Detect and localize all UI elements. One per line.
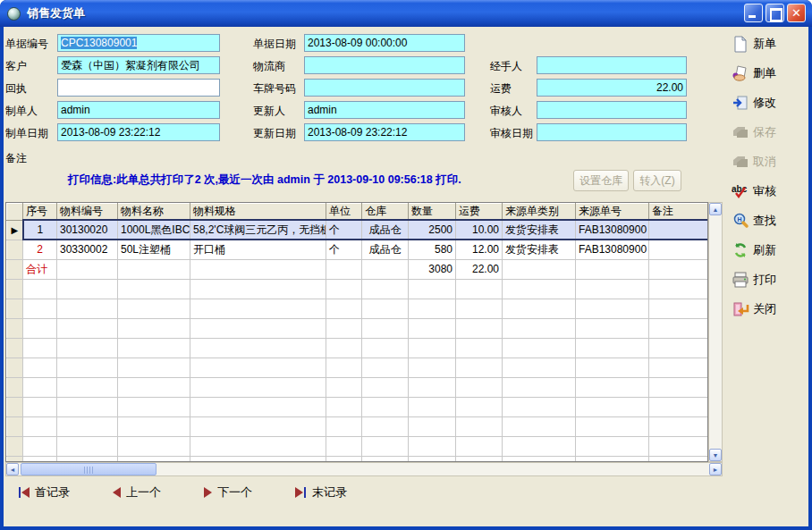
cancel-icon bbox=[732, 153, 749, 171]
col-header-material-name[interactable]: 物料名称 bbox=[118, 204, 190, 221]
table-empty-row bbox=[7, 456, 708, 462]
svg-text:H: H bbox=[738, 216, 742, 223]
doc-no-label: 单据编号 bbox=[5, 37, 48, 52]
doc-no-value: CPC130809001 bbox=[61, 37, 137, 49]
table-empty-row bbox=[7, 358, 708, 377]
handler-label: 经手人 bbox=[490, 59, 522, 74]
doc-date-label: 单据日期 bbox=[253, 37, 296, 52]
creator-label: 制单人 bbox=[5, 104, 38, 119]
creator-field[interactable]: admin bbox=[57, 101, 220, 119]
total-quantity: 3080 bbox=[409, 259, 456, 279]
print-button[interactable]: 打印 bbox=[732, 270, 808, 290]
audit-button[interactable]: abc 审核 bbox=[732, 181, 808, 201]
maximize-button[interactable] bbox=[765, 4, 784, 22]
items-grid: 序号 物料编号 物料名称 物料规格 单位 仓库 数量 运费 来源单类别 来源单号… bbox=[5, 202, 708, 462]
table-empty-row bbox=[7, 416, 708, 436]
scroll-left-icon[interactable]: ◄ bbox=[6, 463, 19, 475]
col-header-unit[interactable]: 单位 bbox=[326, 204, 362, 221]
table-empty-row bbox=[7, 279, 708, 299]
col-header-seq[interactable]: 序号 bbox=[23, 204, 57, 221]
refresh-button[interactable]: 刷新 bbox=[732, 240, 808, 260]
scroll-up-icon[interactable]: ▲ bbox=[709, 203, 722, 215]
create-date-label: 制单日期 bbox=[5, 126, 48, 141]
app-window: 销售发货单 单据编号 CPC130809001 客户 爱森（中国）絮凝剂有限公司… bbox=[0, 0, 812, 530]
last-record-button[interactable]: 末记录 bbox=[295, 484, 347, 501]
col-header-source-type[interactable]: 来源单类别 bbox=[503, 204, 576, 221]
audit-date-field[interactable] bbox=[537, 123, 687, 141]
auditor-label: 审核人 bbox=[490, 104, 522, 119]
client-area: 单据编号 CPC130809001 客户 爱森（中国）絮凝剂有限公司 回执 制单… bbox=[4, 27, 808, 526]
update-date-label: 更新日期 bbox=[253, 126, 296, 141]
table-row[interactable]: 2 30330002 50L注塑桶 开口桶 个 成品仓 580 12.00 发货… bbox=[7, 240, 708, 259]
customer-field[interactable]: 爱森（中国）絮凝剂有限公司 bbox=[57, 56, 220, 74]
scroll-right-icon[interactable]: ► bbox=[709, 463, 722, 475]
modify-icon bbox=[732, 94, 749, 112]
freight-field[interactable]: 22.00 bbox=[537, 79, 687, 97]
set-warehouse-button[interactable]: 设置仓库 bbox=[573, 170, 629, 191]
save-button[interactable]: 保存 bbox=[732, 122, 808, 142]
title-bar[interactable]: 销售发货单 bbox=[0, 0, 812, 27]
doc-no-field[interactable]: CPC130809001 bbox=[57, 34, 220, 52]
col-header-material-spec[interactable]: 物料规格 bbox=[190, 204, 326, 221]
exit-icon bbox=[732, 300, 749, 318]
delete-doc-icon bbox=[732, 64, 749, 82]
grid-horizontal-scrollbar[interactable]: ◄ ► bbox=[5, 462, 723, 476]
app-icon bbox=[7, 7, 21, 21]
customer-label: 客户 bbox=[5, 59, 27, 74]
table-row[interactable]: ▶ 1 30130020 1000L黑色IBC 58,2'C球阀三元乙丙，无挡板… bbox=[7, 220, 708, 240]
receipt-label: 回执 bbox=[5, 81, 27, 97]
table-empty-row bbox=[7, 318, 708, 338]
new-order-button[interactable]: 新单 bbox=[732, 34, 808, 54]
window-title: 销售发货单 bbox=[27, 5, 85, 21]
modify-button[interactable]: 修改 bbox=[732, 93, 808, 113]
table-total-row: 合计 3080 22.00 bbox=[7, 259, 708, 279]
cancel-button[interactable]: 取消 bbox=[732, 152, 808, 172]
doc-date-field[interactable]: 2013-08-09 00:00:00 bbox=[304, 34, 465, 52]
scroll-down-icon[interactable]: ▼ bbox=[709, 449, 722, 461]
remark-label: 备注 bbox=[5, 151, 27, 166]
col-header-remark[interactable]: 备注 bbox=[649, 204, 708, 221]
minimize-button[interactable] bbox=[744, 4, 763, 22]
last-record-icon bbox=[295, 487, 307, 498]
audit-date-label: 审核日期 bbox=[490, 126, 533, 141]
col-header-material-code[interactable]: 物料编号 bbox=[57, 204, 118, 221]
prev-record-button[interactable]: 上一个 bbox=[113, 484, 161, 501]
refresh-icon bbox=[732, 241, 749, 259]
table-header-row: 序号 物料编号 物料名称 物料规格 单位 仓库 数量 运费 来源单类别 来源单号… bbox=[7, 204, 708, 221]
find-icon: H bbox=[732, 212, 749, 230]
grid-vertical-scrollbar[interactable]: ▲ ▼ bbox=[708, 202, 723, 462]
handler-field[interactable] bbox=[537, 56, 687, 74]
total-freight: 22.00 bbox=[456, 259, 503, 279]
col-header-freight[interactable]: 运费 bbox=[456, 204, 503, 221]
freight-label: 运费 bbox=[490, 81, 512, 97]
transfer-button[interactable]: 转入(Z) bbox=[633, 170, 681, 191]
table-empty-row bbox=[7, 397, 708, 416]
logistics-label: 物流商 bbox=[253, 59, 285, 74]
col-header-warehouse[interactable]: 仓库 bbox=[362, 204, 409, 221]
updater-field[interactable]: admin bbox=[304, 101, 465, 119]
table-empty-row bbox=[7, 299, 708, 318]
update-date-field[interactable]: 2013-08-09 23:22:12 bbox=[304, 123, 465, 141]
delete-order-button[interactable]: 删单 bbox=[732, 63, 808, 83]
auditor-field[interactable] bbox=[537, 101, 687, 119]
horizontal-scroll-thumb[interactable] bbox=[21, 463, 156, 475]
print-info-text: 打印信息:此单总共打印了2 次,最近一次由 admin 于 2013-09-10… bbox=[68, 172, 461, 188]
audit-abc-icon: abc bbox=[732, 182, 749, 200]
col-header-source-no[interactable]: 来源单号 bbox=[576, 204, 649, 221]
first-record-icon bbox=[18, 487, 30, 498]
col-header-quantity[interactable]: 数量 bbox=[409, 204, 456, 221]
close-form-button[interactable]: 关闭 bbox=[732, 299, 808, 319]
next-record-button[interactable]: 下一个 bbox=[204, 484, 252, 501]
new-doc-icon bbox=[732, 35, 749, 53]
current-row-arrow-icon: ▶ bbox=[11, 225, 18, 235]
table-empty-row bbox=[7, 377, 708, 397]
first-record-button[interactable]: 首记录 bbox=[18, 484, 70, 501]
logistics-field[interactable] bbox=[304, 56, 465, 74]
plate-no-label: 车牌号码 bbox=[253, 81, 296, 97]
plate-no-field[interactable] bbox=[304, 79, 465, 97]
find-button[interactable]: H 查找 bbox=[732, 211, 808, 231]
table-empty-row bbox=[7, 338, 708, 358]
receipt-field[interactable] bbox=[57, 79, 220, 97]
create-date-field[interactable]: 2013-08-09 23:22:12 bbox=[57, 123, 220, 141]
close-button[interactable] bbox=[787, 4, 806, 22]
